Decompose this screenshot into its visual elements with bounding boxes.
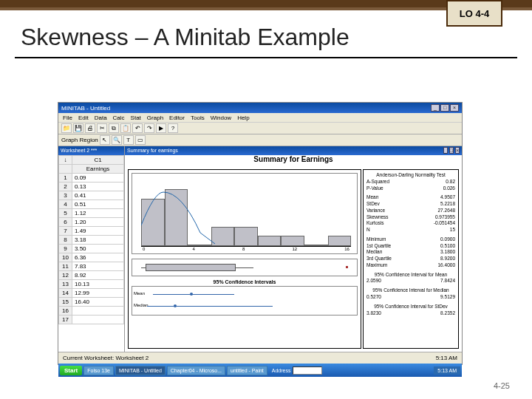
print-icon[interactable]: 🖨	[85, 123, 95, 133]
menu-tools[interactable]: Tools	[191, 115, 205, 121]
menu-edit[interactable]: Edit	[78, 115, 89, 121]
menu-editor[interactable]: Editor	[169, 115, 185, 121]
corner-cell: ↓	[59, 156, 72, 165]
menubar: File Edit Data Calc Stat Graph Editor To…	[58, 113, 462, 123]
outlier-icon	[346, 266, 348, 268]
cell[interactable]: 0.51	[72, 200, 124, 209]
zoom-icon[interactable]: 🔍	[112, 135, 122, 145]
worksheet-title: Worksheet 2 ***	[58, 146, 124, 155]
maximize-button[interactable]: □	[440, 104, 449, 112]
menu-help[interactable]: Help	[237, 115, 249, 121]
worksheet-table[interactable]: ↓C1 Earnings 10.09 20.13 30.41 40.51 51.…	[58, 155, 124, 324]
ci-heading: 95% Confidence Intervals	[132, 279, 358, 284]
graph-window: Summary for earnings _ □ × Summary for E…	[125, 146, 462, 352]
stats-panel: Anderson-Darling Normality Test A-Square…	[363, 169, 459, 349]
menu-graph[interactable]: Graph	[147, 115, 163, 121]
start-button[interactable]: Start	[60, 366, 82, 375]
cut-icon[interactable]: ✂	[97, 123, 107, 133]
menu-window[interactable]: Window	[211, 115, 231, 121]
undo-icon[interactable]: ↶	[132, 123, 143, 133]
cell[interactable]: 1.12	[72, 209, 124, 218]
cell[interactable]: 0.13	[72, 183, 124, 191]
pointer-icon[interactable]: ↖	[100, 135, 110, 145]
col-name[interactable]: Earnings	[72, 165, 124, 174]
cell[interactable]	[72, 316, 124, 324]
titlebar: MINITAB - Untitled _ □ ×	[58, 103, 462, 113]
toolbar-2: Graph Region ↖ 🔍 T ▭	[58, 134, 462, 146]
cell[interactable]: 12.99	[72, 289, 124, 298]
run-icon[interactable]: ▶	[156, 123, 166, 133]
toolbar-1: 📁 💾 🖨 ✂ ⧉ 📋 ↶ ↷ ▶ ?	[58, 123, 462, 134]
lo-badge: LO 4-4	[446, 0, 502, 27]
graph-max-button[interactable]: □	[449, 147, 454, 154]
address-label: Address	[272, 368, 291, 373]
redo-icon[interactable]: ↷	[144, 123, 154, 133]
summary-plots: 0 4 8 12 16 95% Confidence Intervals	[128, 169, 361, 349]
hist-bar	[328, 236, 352, 246]
cell[interactable]: 3.18	[72, 236, 124, 245]
save-icon[interactable]: 💾	[73, 123, 83, 133]
graph-min-button[interactable]: _	[443, 147, 448, 154]
cell[interactable]: 10.13	[72, 280, 124, 289]
cell[interactable]: 1.49	[72, 227, 124, 236]
hist-bar	[258, 236, 282, 246]
task-item[interactable]: Chapter04 - Microso...	[167, 366, 225, 375]
close-button[interactable]: ×	[450, 104, 459, 112]
cell[interactable]: 16.40	[72, 298, 124, 307]
minitab-window: MINITAB - Untitled _ □ × File Edit Data …	[58, 102, 463, 365]
boxplot	[132, 259, 358, 276]
cell[interactable]: 1.20	[72, 218, 124, 227]
summary-title: Summary for Earnings	[125, 155, 462, 163]
taskbar: Start Folso 13e MINITAB - Untitled Chapt…	[58, 364, 462, 377]
help-icon[interactable]: ?	[168, 123, 178, 133]
text-icon[interactable]: T	[123, 135, 134, 145]
statusbar: Current Worksheet: Worksheet 2 5:13 AM	[58, 352, 462, 364]
cell[interactable]: 0.41	[72, 191, 124, 200]
menu-stat[interactable]: Stat	[131, 115, 141, 121]
divider	[15, 57, 517, 58]
histogram: 0 4 8 12 16	[132, 173, 358, 254]
graph-close-button[interactable]: ×	[455, 147, 460, 154]
cell[interactable]: 8.92	[72, 271, 124, 280]
graph-win-title: Summary for earnings	[127, 146, 178, 155]
cell[interactable]: 0.09	[72, 174, 124, 183]
tray-clock[interactable]: 5:13 AM	[434, 366, 460, 375]
task-item[interactable]: untitled - Paint	[227, 366, 267, 375]
region-label: Graph Region	[61, 137, 98, 143]
cell[interactable]: 7.83	[72, 262, 124, 271]
paste-icon[interactable]: 📋	[120, 123, 131, 133]
hist-bar	[281, 236, 304, 246]
task-item[interactable]: MINITAB - Untitled	[115, 366, 166, 375]
cell[interactable]: 3.50	[72, 245, 124, 253]
normal-curve	[141, 181, 215, 246]
rect-icon[interactable]: ▭	[135, 135, 146, 145]
worksheet-window: Worksheet 2 *** ↓C1 Earnings 10.09 20.13…	[58, 146, 125, 352]
address-input[interactable]	[293, 366, 322, 375]
task-item[interactable]: Folso 13e	[83, 366, 114, 375]
open-icon[interactable]: 📁	[61, 123, 72, 133]
ci-plot: Mean Median	[132, 286, 358, 316]
menu-calc[interactable]: Calc	[113, 115, 125, 121]
cell[interactable]	[72, 307, 124, 316]
hist-bar	[234, 227, 258, 246]
slide-number: 4-25	[494, 381, 510, 390]
menu-file[interactable]: File	[63, 115, 72, 121]
copy-icon[interactable]: ⧉	[109, 123, 119, 133]
app-title: MINITAB - Untitled	[61, 105, 110, 112]
minimize-button[interactable]: _	[431, 104, 440, 112]
cell[interactable]: 6.36	[72, 253, 124, 262]
col-header[interactable]: C1	[72, 156, 124, 165]
menu-data[interactable]: Data	[95, 115, 107, 121]
